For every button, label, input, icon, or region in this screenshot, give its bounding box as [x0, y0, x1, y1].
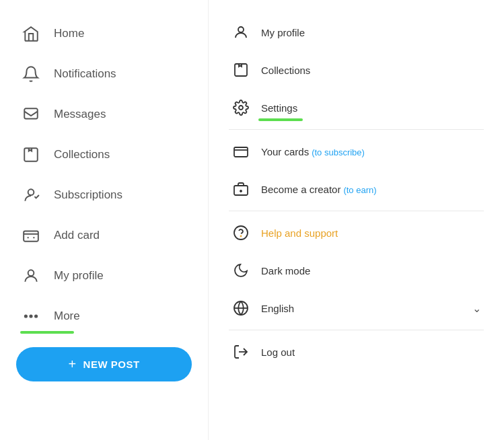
more-active-indicator — [20, 331, 74, 334]
sidebar-item-messages[interactable]: Messages — [0, 94, 208, 135]
right-your-cards-label: Your cards(to subscribe) — [261, 146, 365, 157]
new-post-icon: + — [68, 357, 76, 372]
subscriptions-icon — [20, 184, 42, 206]
right-globe-icon — [231, 299, 250, 318]
message-icon — [20, 104, 42, 125]
right-card-icon — [231, 142, 250, 161]
sidebar-item-more-label: More — [54, 309, 80, 323]
new-post-button[interactable]: + NEW POST — [16, 347, 192, 381]
right-collections-label: Collections — [261, 65, 310, 76]
right-profile-icon — [231, 23, 250, 42]
english-left: English — [231, 299, 294, 318]
right-settings-icon — [231, 98, 250, 117]
svg-point-8 — [239, 106, 243, 110]
right-item-dark-mode[interactable]: Dark mode — [229, 252, 484, 289]
collections-icon — [20, 144, 42, 166]
right-item-your-cards[interactable]: Your cards(to subscribe) — [229, 133, 484, 170]
divider-3 — [229, 330, 484, 330]
right-help-icon — [231, 223, 250, 242]
right-item-help[interactable]: Help and support — [229, 214, 484, 252]
bell-icon — [20, 63, 42, 85]
svg-point-1 — [28, 189, 34, 195]
right-language-label: English — [261, 303, 294, 314]
right-logout-label: Log out — [261, 346, 295, 358]
right-settings-label: Settings — [261, 102, 297, 114]
sidebar-item-more[interactable]: More — [0, 296, 208, 336]
svg-point-4 — [25, 315, 27, 317]
new-post-label: NEW POST — [83, 359, 140, 370]
sidebar-item-add-card-label: Add card — [54, 229, 100, 242]
chevron-down-icon: ⌄ — [472, 302, 481, 315]
svg-point-7 — [238, 27, 244, 32]
sidebar-item-notifications-label: Notifications — [54, 67, 116, 81]
sidebar-item-collections[interactable]: Collections — [0, 135, 208, 175]
right-item-become-creator[interactable]: Become a creator(to earn) — [229, 170, 484, 208]
right-collections-icon — [231, 61, 250, 79]
svg-point-6 — [35, 315, 37, 317]
right-item-language[interactable]: English ⌄ — [229, 289, 484, 327]
right-panel: My profile Collections Settings Your car… — [209, 0, 504, 440]
right-help-label: Help and support — [261, 227, 338, 239]
sidebar-item-subscriptions[interactable]: Subscriptions — [0, 175, 208, 215]
divider-1 — [229, 129, 484, 130]
settings-active-indicator — [258, 118, 303, 121]
right-item-my-profile[interactable]: My profile — [229, 13, 484, 51]
right-logout-icon — [231, 342, 250, 361]
sidebar-item-home[interactable]: Home — [0, 13, 208, 54]
right-become-creator-label: Become a creator(to earn) — [261, 184, 377, 195]
svg-point-11 — [234, 226, 248, 240]
right-my-profile-label: My profile — [261, 27, 305, 38]
home-icon — [20, 23, 42, 44]
sidebar-item-notifications[interactable]: Notifications — [0, 54, 208, 94]
add-card-icon — [20, 225, 42, 246]
svg-rect-0 — [24, 108, 38, 118]
sidebar: Home Notifications Messages Collections … — [0, 0, 209, 440]
svg-point-12 — [241, 236, 242, 237]
right-item-collections[interactable]: Collections — [229, 51, 484, 89]
sidebar-item-add-card[interactable]: Add card — [0, 215, 208, 256]
svg-point-3 — [28, 270, 34, 276]
right-dark-mode-icon — [231, 261, 250, 280]
right-dark-mode-label: Dark mode — [261, 265, 310, 277]
sidebar-item-collections-label: Collections — [54, 148, 110, 161]
sidebar-item-messages-label: Messages — [54, 108, 106, 121]
right-item-settings[interactable]: Settings — [229, 89, 484, 126]
sidebar-item-subscriptions-label: Subscriptions — [54, 188, 122, 202]
divider-2 — [229, 211, 484, 211]
svg-rect-2 — [24, 231, 38, 242]
sidebar-item-home-label: Home — [54, 27, 84, 40]
right-item-logout[interactable]: Log out — [229, 333, 484, 371]
profile-icon — [20, 265, 42, 287]
sidebar-item-my-profile-label: My profile — [54, 269, 104, 283]
more-icon — [20, 305, 42, 327]
sidebar-item-my-profile[interactable]: My profile — [0, 256, 208, 296]
right-creator-icon — [231, 180, 250, 198]
svg-point-5 — [30, 315, 32, 317]
svg-rect-9 — [234, 147, 248, 157]
